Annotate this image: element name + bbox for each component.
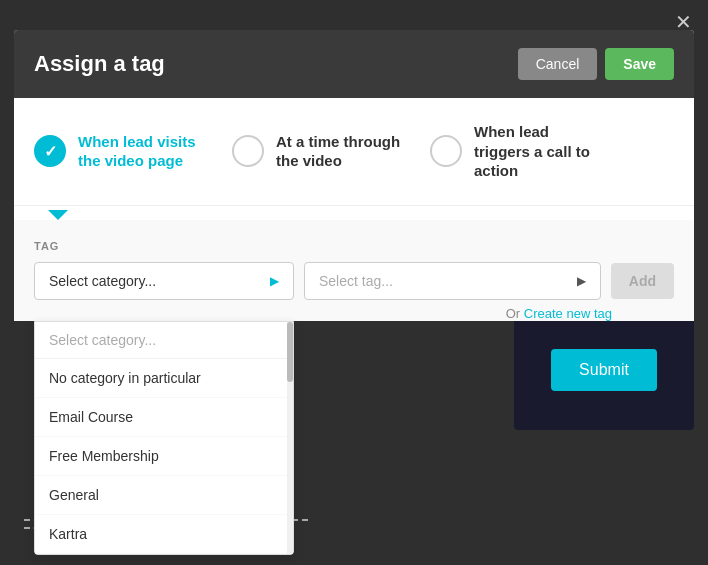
timing-option-video-page[interactable]: When lead visits the video page — [34, 132, 208, 171]
tag-select[interactable]: Select tag... ▶ — [304, 262, 601, 300]
modal-title: Assign a tag — [34, 51, 165, 77]
dropdown-item-2[interactable]: Free Membership — [35, 437, 293, 476]
submit-button[interactable]: Submit — [551, 349, 657, 391]
timing-check-time-through — [232, 135, 264, 167]
dropdown-item-0[interactable]: No category in particular — [35, 359, 293, 398]
or-create-row: Or Create new tag — [34, 300, 612, 321]
save-button[interactable]: Save — [605, 48, 674, 80]
category-select-text: Select category... — [49, 273, 156, 289]
tag-section: TAG Select category... ▶ Select tag... ▶… — [14, 220, 694, 321]
dropdown-item-3[interactable]: General — [35, 476, 293, 515]
create-new-tag-link[interactable]: Create new tag — [524, 306, 612, 321]
category-dropdown-arrow: ▶ — [270, 274, 279, 288]
timing-options-row: When lead visits the video page At a tim… — [14, 98, 694, 206]
or-text: Or — [506, 306, 520, 321]
dropdown-placeholder: Select category... — [35, 322, 293, 359]
tag-controls: Select category... ▶ Select tag... ▶ Add — [34, 262, 674, 300]
dropdown-scrollbar-thumb — [287, 322, 293, 382]
active-indicator-triangle — [48, 210, 68, 220]
dropdown-item-1[interactable]: Email Course — [35, 398, 293, 437]
timing-option-call-to-action[interactable]: When lead triggers a call to action — [430, 122, 604, 181]
tooltip-row — [14, 206, 694, 220]
modal-header: Assign a tag Cancel Save — [14, 30, 694, 98]
close-button[interactable]: ✕ — [675, 12, 692, 32]
modal-container: Assign a tag Cancel Save When lead visit… — [14, 30, 694, 321]
tag-dropdown-arrow: ▶ — [577, 274, 586, 288]
dropdown-item-4[interactable]: Kartra — [35, 515, 293, 554]
timing-label-call-to-action: When lead triggers a call to action — [474, 122, 604, 181]
category-dropdown-menu: Select category... No category in partic… — [34, 321, 294, 555]
timing-check-call-to-action — [430, 135, 462, 167]
cancel-button[interactable]: Cancel — [518, 48, 598, 80]
add-button[interactable]: Add — [611, 263, 674, 299]
tag-select-text: Select tag... — [319, 273, 393, 289]
timing-option-time-through[interactable]: At a time through the video — [232, 132, 406, 171]
video-submit-area: Submit — [514, 310, 694, 430]
timing-check-video-page — [34, 135, 66, 167]
timing-label-time-through: At a time through the video — [276, 132, 406, 171]
dropdown-scrollbar — [287, 322, 293, 554]
header-buttons: Cancel Save — [518, 48, 674, 80]
tag-section-label: TAG — [34, 240, 674, 252]
timing-label-video-page: When lead visits the video page — [78, 132, 208, 171]
category-select[interactable]: Select category... ▶ — [34, 262, 294, 300]
